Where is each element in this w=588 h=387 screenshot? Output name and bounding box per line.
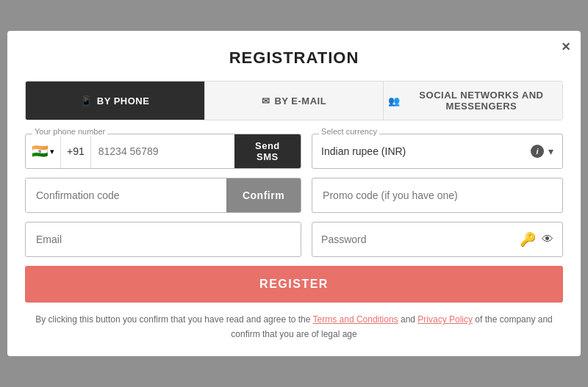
promo-field-group <box>312 178 563 213</box>
currency-field-group: Select currency Indian rupee (INR) i ▾ <box>312 134 563 169</box>
tab-social[interactable]: 👥 SOCIAL NETWORKS AND MESSENGERS <box>384 82 562 120</box>
tab-social-label: SOCIAL NETWORKS AND MESSENGERS <box>405 90 558 112</box>
social-icon: 👥 <box>388 95 401 106</box>
currency-icons: i ▾ <box>531 145 553 158</box>
currency-value: Indian rupee (INR) <box>321 145 406 157</box>
currency-chevron-icon: ▾ <box>548 145 553 157</box>
country-flag-dropdown[interactable]: 🇮🇳 ▾ <box>26 134 61 168</box>
password-input[interactable] <box>321 234 520 245</box>
email-icon: ✉ <box>262 95 270 106</box>
phone-country-code: +91 <box>61 134 91 168</box>
tab-email-label: BY E-MAIL <box>274 95 326 106</box>
close-button[interactable]: × <box>562 38 570 55</box>
phone-field-group: Your phone number 🇮🇳 ▾ +91 Send SMS <box>25 134 301 169</box>
phone-input-wrapper: 🇮🇳 ▾ +91 Send SMS <box>25 134 301 169</box>
email-input[interactable] <box>25 222 301 257</box>
phone-number-input[interactable] <box>91 134 234 168</box>
terms-text: By clicking this button you confirm that… <box>25 313 563 341</box>
modal-title: REGISTRATION <box>25 48 563 68</box>
phone-label: Your phone number <box>32 127 107 136</box>
confirm-button[interactable]: Confirm <box>226 178 301 212</box>
terms-link[interactable]: Terms and Conditions <box>313 314 398 325</box>
tab-email[interactable]: ✉ BY E-MAIL <box>205 82 384 120</box>
confirmation-code-input[interactable] <box>26 178 226 212</box>
promo-code-input[interactable] <box>312 178 563 213</box>
password-input-wrapper: 🔑 👁 <box>312 222 563 257</box>
registration-modal: × REGISTRATION 📱 BY PHONE ✉ BY E-MAIL 👥 … <box>7 31 581 355</box>
password-field-group: 🔑 👁 <box>312 222 563 257</box>
currency-dropdown[interactable]: Indian rupee (INR) i ▾ <box>312 134 563 169</box>
terms-text-before: By clicking this button you confirm that… <box>35 314 312 325</box>
flag-chevron-icon: ▾ <box>50 147 54 156</box>
confirmation-promo-row: Confirm <box>25 178 563 213</box>
privacy-link[interactable]: Privacy Policy <box>417 314 473 325</box>
tab-phone[interactable]: 📱 BY PHONE <box>26 82 205 120</box>
register-button[interactable]: REGISTER <box>25 266 563 303</box>
key-icon: 🔑 <box>520 231 536 247</box>
email-field-group <box>25 222 301 257</box>
eye-slash-icon[interactable]: 👁 <box>542 233 553 246</box>
currency-label: Select currency <box>319 127 379 136</box>
confirmation-field-group: Confirm <box>25 178 301 213</box>
terms-text-middle: and <box>398 314 418 325</box>
confirmation-field: Confirm <box>25 178 301 213</box>
email-password-row: 🔑 👁 <box>25 222 563 257</box>
info-icon[interactable]: i <box>531 145 544 158</box>
password-icons: 🔑 👁 <box>520 231 553 247</box>
send-sms-button[interactable]: Send SMS <box>234 134 301 168</box>
tab-phone-label: BY PHONE <box>97 95 150 106</box>
flag-icon: 🇮🇳 <box>32 143 48 159</box>
registration-tabs: 📱 BY PHONE ✉ BY E-MAIL 👥 SOCIAL NETWORKS… <box>25 81 563 120</box>
phone-icon: 📱 <box>80 95 93 106</box>
phone-currency-row: Your phone number 🇮🇳 ▾ +91 Send SMS Sele… <box>25 134 563 169</box>
